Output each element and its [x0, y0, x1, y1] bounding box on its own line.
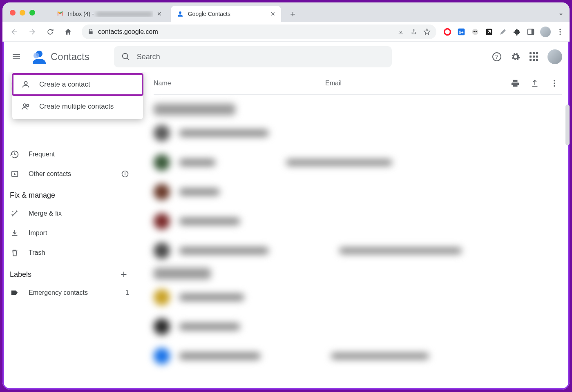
- browser-tab-contacts[interactable]: Google Contacts ✕: [171, 6, 281, 22]
- contact-row[interactable]: [154, 118, 562, 148]
- nav-label: Other contacts: [29, 170, 71, 178]
- contact-row[interactable]: [154, 341, 562, 371]
- extensions-puzzle-icon[interactable]: [512, 27, 521, 36]
- contact-row[interactable]: [154, 283, 562, 312]
- home-button[interactable]: [61, 25, 75, 39]
- menu-item-label: Create multiple contacts: [39, 102, 114, 111]
- label-name: Emergency contacts: [29, 289, 88, 296]
- browser-profile-avatar[interactable]: [540, 27, 551, 37]
- export-icon[interactable]: [530, 79, 539, 88]
- browser-toolbar: contacts.google.com 9+: [2, 22, 570, 42]
- search-icon: [121, 52, 130, 61]
- sidepanel-icon[interactable]: [526, 27, 535, 36]
- nav-import[interactable]: Import: [2, 223, 137, 243]
- app-logo[interactable]: Contacts: [30, 49, 89, 65]
- contact-row[interactable]: [154, 148, 562, 177]
- label-emergency-contacts[interactable]: Emergency contacts 1: [2, 283, 137, 303]
- browser-menu-icon[interactable]: [556, 27, 565, 36]
- contact-row[interactable]: [154, 236, 562, 265]
- extension-opera[interactable]: [443, 27, 452, 36]
- svg-point-24: [554, 80, 555, 81]
- svg-point-19: [27, 105, 29, 107]
- extension-badge[interactable]: 9+: [457, 27, 466, 36]
- help-icon[interactable]: ?: [492, 52, 502, 62]
- label-count: 1: [125, 289, 129, 296]
- contacts-logo-icon: [30, 49, 47, 65]
- new-tab-button[interactable]: +: [287, 8, 299, 20]
- bookmark-star-icon[interactable]: [423, 28, 431, 36]
- search-placeholder: Search: [137, 53, 160, 61]
- print-icon[interactable]: [511, 79, 520, 88]
- label-icon: [10, 288, 20, 297]
- url-text: contacts.google.com: [98, 28, 158, 36]
- close-icon[interactable]: ✕: [270, 11, 275, 17]
- create-contact-menu: Create a contact Create multiple contact…: [12, 72, 143, 119]
- group-header-redacted: [154, 104, 235, 115]
- history-icon: [10, 150, 20, 159]
- svg-point-18: [23, 104, 26, 106]
- contact-rows: [154, 95, 562, 371]
- nav-frequent[interactable]: Frequent: [2, 145, 137, 164]
- settings-gear-icon[interactable]: [511, 52, 521, 62]
- download-icon: [10, 229, 20, 238]
- nav-other-contacts[interactable]: Other contacts: [2, 164, 137, 184]
- svg-rect-22: [125, 173, 125, 175]
- more-menu-icon[interactable]: [550, 79, 559, 88]
- address-bar[interactable]: contacts.google.com: [82, 24, 436, 39]
- window-controls: [10, 10, 35, 16]
- contact-row[interactable]: [154, 207, 562, 236]
- app-header: Contacts Search ?: [2, 42, 570, 72]
- svg-rect-23: [125, 172, 125, 173]
- nav-label: Merge & fix: [29, 210, 62, 217]
- info-icon[interactable]: [121, 170, 129, 178]
- create-a-contact-item[interactable]: Create a contact: [12, 74, 143, 96]
- column-email: Email: [325, 80, 511, 87]
- close-window[interactable]: [10, 10, 16, 16]
- create-multiple-contacts-item[interactable]: Create multiple contacts: [12, 96, 143, 118]
- tabs-overflow-icon[interactable]: [557, 11, 565, 18]
- menu-item-label: Create a contact: [39, 80, 90, 89]
- forward-button[interactable]: [25, 25, 39, 39]
- svg-point-6: [476, 31, 477, 32]
- group-header-redacted: [154, 268, 211, 279]
- extension-arrow[interactable]: [485, 27, 494, 36]
- svg-point-1: [445, 29, 451, 35]
- app-title: Contacts: [51, 51, 89, 62]
- install-app-icon[interactable]: [397, 28, 404, 36]
- svg-point-25: [554, 82, 555, 84]
- contact-row[interactable]: [154, 177, 562, 207]
- vertical-scrollbar[interactable]: [565, 105, 570, 145]
- svg-text:9+: 9+: [459, 30, 464, 34]
- account-avatar[interactable]: [547, 49, 562, 64]
- nav-merge-fix[interactable]: Merge & fix: [2, 204, 137, 223]
- main-menu-button[interactable]: [7, 47, 26, 67]
- search-bar[interactable]: Search: [114, 46, 392, 67]
- svg-point-26: [554, 85, 555, 87]
- share-icon[interactable]: [410, 28, 418, 36]
- minimize-window[interactable]: [20, 10, 25, 16]
- labels-header: Labels: [2, 263, 137, 283]
- nav-label: Frequent: [29, 151, 55, 158]
- extension-face[interactable]: [471, 27, 480, 36]
- extension-brush[interactable]: [498, 27, 507, 36]
- nav-trash[interactable]: Trash: [2, 243, 137, 263]
- gmail-icon: [56, 10, 64, 18]
- close-icon[interactable]: ✕: [157, 11, 162, 17]
- reload-button[interactable]: [43, 25, 57, 39]
- column-name: Name: [154, 80, 325, 87]
- nav-label: Trash: [29, 249, 45, 256]
- svg-point-0: [179, 11, 181, 14]
- fix-manage-header: Fix & manage: [2, 184, 137, 204]
- add-label-button[interactable]: [119, 270, 128, 279]
- back-button[interactable]: [7, 25, 21, 39]
- wand-icon: [10, 209, 20, 218]
- maximize-window[interactable]: [29, 10, 35, 16]
- browser-tab-inbox[interactable]: Inbox (4) - ✕: [51, 6, 168, 22]
- person-icon: [21, 80, 31, 89]
- list-header: Name Email: [154, 72, 562, 95]
- sidebar: Create a contact Create multiple contact…: [2, 72, 141, 390]
- svg-point-14: [34, 53, 39, 58]
- contact-row[interactable]: [154, 312, 562, 341]
- svg-point-5: [474, 31, 475, 32]
- google-apps-icon[interactable]: [530, 52, 538, 61]
